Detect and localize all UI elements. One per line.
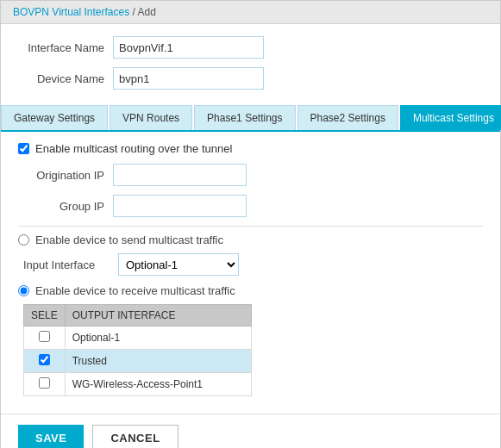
- enable-send-label: Enable device to send multicast traffic: [35, 233, 223, 246]
- enable-multicast-row: Enable multicast routing over the tunnel: [18, 142, 483, 155]
- table-cell-name-2: Trusted: [65, 350, 251, 373]
- table-row: Trusted: [24, 350, 252, 373]
- interface-name-row: Interface Name: [18, 36, 483, 59]
- table-cell-name-1: Optional-1: [65, 327, 251, 350]
- enable-send-row: Enable device to send multicast traffic: [18, 233, 483, 246]
- save-button[interactable]: SAVE: [18, 425, 84, 448]
- device-name-input[interactable]: [113, 67, 264, 90]
- cancel-button[interactable]: CANCEL: [92, 425, 178, 448]
- enable-multicast-label: Enable multicast routing over the tunnel: [35, 142, 232, 155]
- output-interface-table: SELE OUTPUT INTERFACE Optional-1 Trusted: [23, 304, 252, 396]
- interface-name-label: Interface Name: [18, 41, 113, 54]
- origination-ip-input[interactable]: [113, 164, 247, 186]
- col-select-header: SELE: [24, 305, 66, 327]
- table-cell-check-3: [24, 373, 66, 396]
- enable-multicast-checkbox[interactable]: [18, 143, 29, 154]
- origination-ip-label: Origination IP: [18, 169, 113, 182]
- tab-phase1[interactable]: Phase1 Settings: [194, 105, 295, 130]
- table-header-row: SELE OUTPUT INTERFACE: [24, 305, 252, 327]
- divider-1: [18, 226, 483, 227]
- interface-name-input[interactable]: [113, 36, 264, 59]
- tab-vpn-routes[interactable]: VPN Routes: [110, 105, 192, 130]
- table-row: WG-Wireless-Access-Point1: [24, 373, 252, 396]
- origination-ip-row: Origination IP: [18, 164, 483, 186]
- group-ip-row: Group IP: [18, 195, 483, 217]
- table-cell-name-3: WG-Wireless-Access-Point1: [65, 373, 251, 396]
- input-interface-row: Input Interface Optional-1 Optional-2 Tr…: [18, 253, 483, 276]
- footer: SAVE CANCEL: [1, 414, 500, 448]
- table-cell-check-1: [24, 327, 66, 350]
- device-name-row: Device Name: [18, 67, 483, 90]
- group-ip-label: Group IP: [18, 200, 113, 213]
- device-name-label: Device Name: [18, 72, 113, 85]
- tab-gateway[interactable]: Gateway Settings: [1, 105, 108, 130]
- multicast-tab-content: Enable multicast routing over the tunnel…: [1, 132, 500, 405]
- group-ip-input[interactable]: [113, 195, 247, 217]
- enable-receive-label: Enable device to receive multicast traff…: [35, 284, 235, 297]
- tab-bar: Gateway Settings VPN Routes Phase1 Setti…: [1, 105, 500, 132]
- table-row: Optional-1: [24, 327, 252, 350]
- tab-phase2[interactable]: Phase2 Settings: [297, 105, 398, 130]
- tab-multicast[interactable]: Multicast Settings: [400, 105, 501, 130]
- enable-send-radio[interactable]: [18, 234, 29, 246]
- row-checkbox-2[interactable]: [39, 354, 50, 365]
- col-output-header: OUTPUT INTERFACE: [65, 305, 251, 327]
- enable-receive-radio[interactable]: [18, 285, 29, 296]
- input-interface-label: Input Interface: [23, 258, 118, 271]
- enable-receive-row: Enable device to receive multicast traff…: [18, 284, 483, 297]
- row-checkbox-3[interactable]: [39, 377, 50, 389]
- breadcrumb: BOVPN Virtual Interfaces / Add: [1, 1, 500, 24]
- row-checkbox-1[interactable]: [39, 331, 50, 342]
- breadcrumb-link[interactable]: BOVPN Virtual Interfaces: [13, 6, 129, 18]
- form-section: Interface Name Device Name: [1, 24, 500, 105]
- input-interface-select[interactable]: Optional-1 Optional-2 Trusted: [118, 253, 239, 276]
- breadcrumb-current: Add: [138, 6, 156, 18]
- table-cell-check-2: [24, 350, 66, 373]
